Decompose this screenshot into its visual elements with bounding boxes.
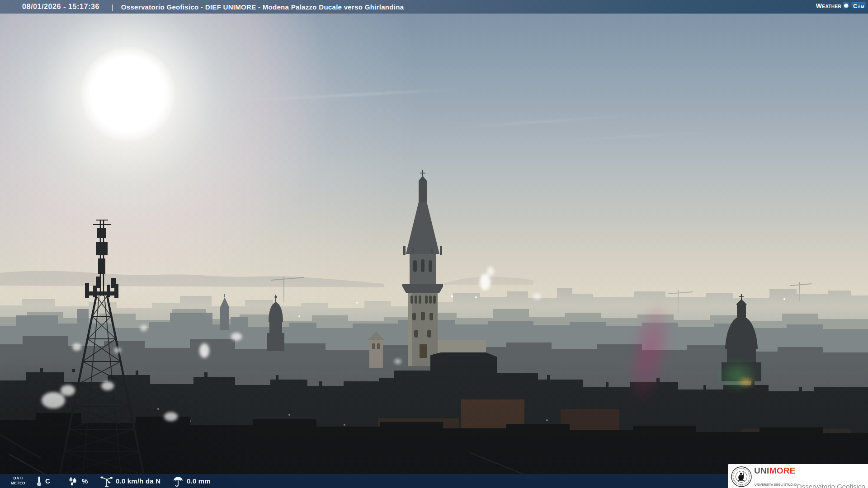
observatory-name: Osservatorio Geofisico di Modena xyxy=(797,467,865,488)
temperature-reading: C xyxy=(36,474,50,488)
seal-year: 1175 xyxy=(740,484,743,486)
unimore-more: MORE xyxy=(769,466,796,475)
observatory-name-line1: Osservatorio Geofisico xyxy=(797,483,865,488)
unimore-subtitle: UNIVERSITÀ DEGLI STUDI DI MODENA E REGGI… xyxy=(755,476,797,488)
weathercam-cam: Cam xyxy=(851,2,866,9)
temperature-value: C xyxy=(45,477,50,485)
rain-reading: 0.0 mm xyxy=(173,474,211,488)
humidity-value: % xyxy=(82,477,88,485)
wind-reading: 0.0 km/h da N xyxy=(100,474,160,488)
webcam-photo xyxy=(0,0,868,488)
rain-value: 0.0 mm xyxy=(187,477,211,485)
unimore-subtitle-line1: UNIVERSITÀ DEGLI STUDI DI xyxy=(755,483,797,487)
timestamp: 08/01/2026 - 15:17:36 xyxy=(22,3,99,11)
unimore-uni: UNI xyxy=(754,466,769,475)
anemometer-icon xyxy=(100,475,113,487)
meteo-label-line2: METEO xyxy=(8,481,28,486)
humidity-drops-icon xyxy=(68,476,79,486)
separator: | xyxy=(112,3,113,11)
webcam-snapshot-page: 08/01/2026 - 15:17:36 | Osservatorio Geo… xyxy=(0,0,868,488)
weathercam-word: Weather xyxy=(816,2,841,9)
thermometer-icon xyxy=(36,476,42,487)
meteo-label-line1: DATI xyxy=(8,476,28,481)
meteo-label: DATI METEO xyxy=(8,476,28,486)
weathercam-logo: Weather Cam xyxy=(816,2,866,9)
camera-title: Osservatorio Geofisico - DIEF UNIMORE - … xyxy=(121,3,404,11)
umbrella-icon xyxy=(173,476,184,487)
humidity-reading: % xyxy=(68,474,88,488)
top-info-bar: 08/01/2026 - 15:17:36 | Osservatorio Geo… xyxy=(0,0,868,14)
unimore-seal-icon: UNIVERSITAS STUDIORUM MUTINENSIS ET REGI… xyxy=(731,466,752,488)
unimore-logo-box: UNIVERSITAS STUDIORUM MUTINENSIS ET REGI… xyxy=(728,464,868,488)
wind-value: 0.0 km/h da N xyxy=(116,477,160,485)
camera-lens-icon xyxy=(843,2,850,9)
unimore-wordmark: UNIMORE xyxy=(754,466,796,476)
bottom-shade xyxy=(0,0,868,488)
